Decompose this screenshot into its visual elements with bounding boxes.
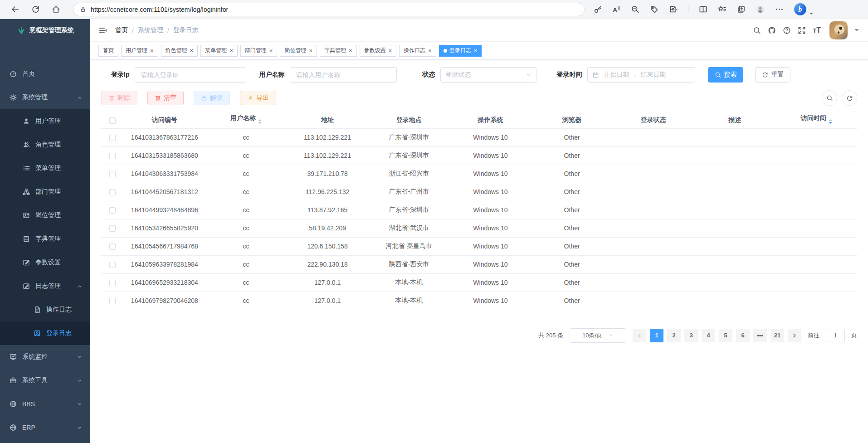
tab[interactable]: 操作日志 ×: [399, 45, 436, 57]
breadcrumb-item[interactable]: 首页: [115, 26, 128, 34]
column-header[interactable]: 访问时间: [775, 112, 857, 128]
help-icon[interactable]: [783, 26, 791, 34]
table-row[interactable]: 1641069798270046208 cc 127.0.0.1 本地-本机 W…: [101, 292, 857, 310]
sidebar-item[interactable]: 部门管理: [0, 180, 90, 204]
clear-button[interactable]: 清空: [147, 91, 184, 105]
delete-button[interactable]: 删除: [101, 91, 137, 105]
tab-close-icon[interactable]: ×: [229, 48, 233, 54]
search-button[interactable]: 搜索: [708, 67, 743, 83]
table-row[interactable]: 1641031533185863680 cc 113.102.129.221 广…: [101, 146, 857, 165]
more-menu-icon[interactable]: [775, 5, 784, 14]
read-aloud-icon[interactable]: A)): [613, 5, 620, 14]
copilot-caret-icon[interactable]: [809, 13, 813, 16]
tab[interactable]: 首页: [98, 45, 118, 57]
tab-close-icon[interactable]: ×: [190, 48, 194, 54]
header-search-icon[interactable]: [753, 26, 761, 34]
page-button[interactable]: 5: [719, 329, 732, 342]
row-checkbox[interactable]: [109, 243, 116, 250]
tab[interactable]: 参数设置 ×: [360, 45, 397, 57]
status-select[interactable]: 登录状态: [440, 67, 536, 83]
tab[interactable]: 角色管理 ×: [161, 45, 198, 57]
sidebar-item[interactable]: 首页: [0, 62, 90, 86]
avatar-caret-icon[interactable]: [854, 29, 859, 34]
sidebar-item[interactable]: 系统工具: [0, 369, 90, 392]
row-checkbox[interactable]: [109, 225, 116, 232]
table-row[interactable]: 1641054566717984768 cc 120.6.150.158 河北省…: [101, 237, 857, 255]
ip-input[interactable]: [135, 67, 246, 83]
row-checkbox[interactable]: [109, 171, 116, 177]
favorites-icon[interactable]: [718, 5, 727, 14]
browser-profile-icon[interactable]: [756, 5, 765, 14]
sidebar-item[interactable]: 岗位管理: [0, 204, 90, 227]
row-checkbox[interactable]: [109, 207, 116, 214]
date-range-picker[interactable]: 开始日期 - 结束日期: [587, 67, 695, 83]
toggle-search-button[interactable]: [822, 90, 837, 106]
extensions-icon[interactable]: [669, 5, 678, 14]
sidebar-item[interactable]: 系统管理: [0, 86, 90, 109]
tab-close-icon[interactable]: ×: [309, 48, 312, 54]
sidebar-item[interactable]: 用户管理: [0, 109, 90, 133]
font-size-icon[interactable]: тT: [813, 26, 821, 34]
page-button[interactable]: 6: [736, 329, 750, 342]
home-icon[interactable]: [52, 5, 60, 14]
sidebar-item[interactable]: 字典管理: [0, 227, 90, 251]
tab[interactable]: 用户管理 ×: [121, 45, 158, 57]
row-checkbox[interactable]: [109, 189, 116, 195]
tab[interactable]: 字典管理 ×: [320, 45, 357, 57]
table-row[interactable]: 1641053426655825920 cc 58.19.42.209 湖北省-…: [101, 219, 857, 237]
password-key-icon[interactable]: [594, 5, 602, 14]
sidebar-item[interactable]: 参数设置: [0, 251, 90, 274]
select-all-checkbox[interactable]: [109, 117, 116, 124]
breadcrumb-item[interactable]: 登录日志: [173, 26, 199, 34]
zoom-out-icon[interactable]: [631, 5, 639, 14]
page-button[interactable]: 1: [650, 329, 663, 342]
refresh-table-button[interactable]: [842, 90, 857, 106]
back-icon[interactable]: [11, 5, 20, 14]
address-bar[interactable]: https://ccnetcore.com:1101/system/log/lo…: [73, 3, 585, 16]
page-button[interactable]: 2: [667, 329, 681, 342]
row-checkbox[interactable]: [109, 135, 116, 141]
sort-carets-icon[interactable]: [258, 117, 262, 126]
page-button[interactable]: •••: [753, 329, 767, 342]
column-header[interactable]: 用户名称: [205, 112, 287, 128]
fullscreen-icon[interactable]: [798, 26, 806, 34]
table-row[interactable]: 1641031367863177216 cc 113.102.129.221 广…: [101, 128, 857, 146]
row-checkbox[interactable]: [109, 280, 116, 286]
sidebar-item[interactable]: 角色管理: [0, 133, 90, 156]
row-checkbox[interactable]: [109, 153, 116, 159]
tab-close-icon[interactable]: ×: [474, 48, 478, 54]
row-checkbox[interactable]: [109, 298, 116, 304]
sidebar-item[interactable]: 登录日志: [0, 321, 90, 345]
sidebar-item[interactable]: ERP: [0, 416, 90, 439]
sidebar-collapse-icon[interactable]: [98, 26, 107, 35]
sidebar-item[interactable]: 系统监控: [0, 345, 90, 369]
user-avatar[interactable]: [829, 21, 848, 39]
reset-button[interactable]: 重置: [755, 67, 790, 83]
sort-carets-icon[interactable]: [829, 117, 832, 126]
prev-page-button[interactable]: [633, 329, 646, 342]
tab[interactable]: 岗位管理 ×: [280, 45, 317, 57]
tab-close-icon[interactable]: ×: [349, 48, 352, 54]
tab-close-icon[interactable]: ×: [428, 48, 432, 54]
export-button[interactable]: 导出: [240, 91, 276, 105]
tab-close-icon[interactable]: ×: [269, 48, 273, 54]
github-icon[interactable]: [768, 26, 776, 34]
page-button[interactable]: 4: [702, 329, 715, 342]
collections-icon[interactable]: [737, 5, 746, 14]
row-checkbox[interactable]: [109, 262, 116, 268]
tab-close-icon[interactable]: ×: [150, 48, 154, 54]
username-input[interactable]: [290, 67, 397, 83]
table-row[interactable]: 1641044993248464896 cc 113.87.92.165 广东省…: [101, 201, 857, 219]
reload-icon[interactable]: [31, 5, 40, 14]
tab[interactable]: 部门管理 ×: [240, 45, 278, 57]
table-row[interactable]: 1641043063331753984 cc 39.171.210.78 浙江省…: [101, 165, 857, 183]
breadcrumb-item[interactable]: 系统管理: [138, 26, 163, 34]
goto-page-input[interactable]: [826, 329, 845, 342]
unlock-button[interactable]: 解锁: [194, 91, 230, 105]
app-logo[interactable]: 意框架管理系统: [0, 19, 90, 42]
tab[interactable]: 登录日志 ×: [439, 45, 482, 57]
table-row[interactable]: 1641069652933218304 cc 127.0.0.1 本地-本机 W…: [101, 273, 857, 292]
tab-close-icon[interactable]: ×: [389, 48, 392, 54]
sidebar-item[interactable]: 日志管理: [0, 274, 90, 298]
page-button[interactable]: 3: [684, 329, 698, 342]
